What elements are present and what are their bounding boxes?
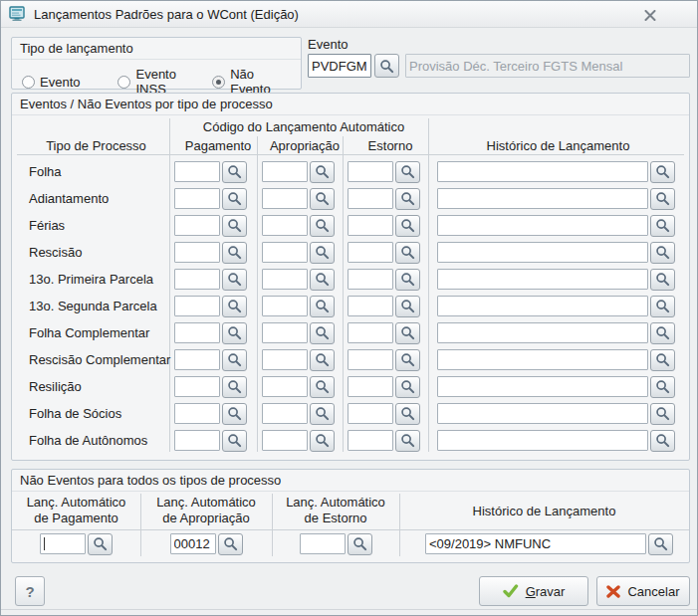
- apropriacao-input[interactable]: [262, 322, 308, 343]
- apropriacao-search-button[interactable]: [310, 322, 335, 344]
- pagamento-search-button[interactable]: [222, 349, 247, 371]
- historico-input[interactable]: [437, 188, 648, 209]
- estorno-input[interactable]: [348, 242, 393, 263]
- historico-search-button[interactable]: [650, 322, 675, 344]
- historico-input[interactable]: [437, 322, 648, 343]
- apropriacao-search-button[interactable]: [310, 242, 335, 264]
- pagamento-search-button[interactable]: [222, 376, 247, 398]
- historico-input[interactable]: [437, 376, 648, 397]
- nao-evento-apropriacao-input[interactable]: [170, 533, 216, 554]
- nao-evento-pagamento-input[interactable]: [40, 533, 86, 554]
- help-button[interactable]: ?: [15, 576, 45, 606]
- pagamento-input[interactable]: [174, 296, 220, 316]
- pagamento-search-button[interactable]: [222, 430, 247, 452]
- historico-search-button[interactable]: [650, 242, 675, 264]
- radio-option[interactable]: Evento: [22, 75, 80, 90]
- estorno-input[interactable]: [348, 349, 393, 370]
- estorno-search-button[interactable]: [395, 430, 420, 452]
- nao-evento-historico-input[interactable]: [425, 533, 646, 554]
- apropriacao-search-button[interactable]: [310, 376, 335, 398]
- estorno-input[interactable]: [348, 188, 393, 209]
- apropriacao-search-button[interactable]: [310, 161, 335, 183]
- historico-search-button[interactable]: [650, 161, 675, 183]
- apropriacao-search-button[interactable]: [310, 430, 335, 452]
- pagamento-search-button[interactable]: [222, 188, 247, 210]
- estorno-input[interactable]: [348, 269, 393, 290]
- historico-search-button[interactable]: [650, 269, 675, 291]
- pagamento-input[interactable]: [174, 161, 220, 182]
- evento-code-input[interactable]: [308, 54, 371, 78]
- historico-search-button[interactable]: [650, 403, 675, 425]
- pagamento-search-button[interactable]: [222, 296, 247, 317]
- apropriacao-input[interactable]: [262, 161, 308, 182]
- historico-input[interactable]: [437, 296, 648, 316]
- estorno-search-button[interactable]: [395, 161, 420, 183]
- apropriacao-search-button[interactable]: [310, 215, 335, 237]
- estorno-search-button[interactable]: [395, 349, 420, 371]
- historico-search-button[interactable]: [650, 215, 675, 237]
- pagamento-search-button[interactable]: [222, 242, 247, 264]
- historico-input[interactable]: [437, 269, 648, 290]
- historico-input[interactable]: [437, 349, 648, 370]
- estorno-input[interactable]: [348, 376, 393, 397]
- estorno-input[interactable]: [348, 296, 393, 316]
- historico-search-button[interactable]: [650, 296, 675, 317]
- estorno-input[interactable]: [348, 430, 393, 451]
- apropriacao-input[interactable]: [262, 376, 308, 397]
- estorno-search-button[interactable]: [395, 376, 420, 398]
- historico-search-button[interactable]: [650, 430, 675, 452]
- pagamento-search-button[interactable]: [222, 269, 247, 291]
- historico-search-button[interactable]: [650, 376, 675, 398]
- pagamento-search-button[interactable]: [222, 215, 247, 237]
- cancel-button[interactable]: Cancelar: [596, 576, 690, 606]
- apropriacao-search-button[interactable]: [310, 188, 335, 210]
- pagamento-search-button[interactable]: [222, 403, 247, 425]
- estorno-search-button[interactable]: [395, 403, 420, 425]
- apropriacao-input[interactable]: [262, 430, 308, 451]
- apropriacao-search-button[interactable]: [310, 349, 335, 371]
- pagamento-input[interactable]: [174, 215, 220, 236]
- apropriacao-search-button[interactable]: [310, 269, 335, 291]
- pagamento-input[interactable]: [174, 376, 220, 397]
- nao-evento-apropriacao-search-button[interactable]: [218, 533, 243, 555]
- apropriacao-input[interactable]: [262, 403, 308, 424]
- estorno-input[interactable]: [348, 215, 393, 236]
- pagamento-input[interactable]: [174, 269, 220, 290]
- pagamento-input[interactable]: [174, 403, 220, 424]
- pagamento-input[interactable]: [174, 242, 220, 263]
- historico-search-button[interactable]: [650, 349, 675, 371]
- historico-search-button[interactable]: [650, 188, 675, 210]
- historico-input[interactable]: [437, 215, 648, 236]
- estorno-search-button[interactable]: [395, 188, 420, 210]
- estorno-input[interactable]: [348, 322, 393, 343]
- apropriacao-input[interactable]: [262, 188, 308, 209]
- estorno-search-button[interactable]: [395, 215, 420, 237]
- nao-evento-pagamento-search-button[interactable]: [88, 533, 113, 555]
- historico-input[interactable]: [437, 403, 648, 424]
- pagamento-search-button[interactable]: [222, 322, 247, 344]
- apropriacao-search-button[interactable]: [310, 403, 335, 425]
- historico-input[interactable]: [437, 242, 648, 263]
- nao-evento-estorno-input[interactable]: [300, 533, 346, 554]
- historico-input[interactable]: [437, 430, 648, 451]
- apropriacao-search-button[interactable]: [310, 296, 335, 317]
- estorno-input[interactable]: [348, 403, 393, 424]
- estorno-search-button[interactable]: [395, 242, 420, 264]
- pagamento-input[interactable]: [174, 430, 220, 451]
- nao-evento-historico-search-button[interactable]: [648, 533, 673, 555]
- nao-evento-estorno-search-button[interactable]: [348, 533, 372, 555]
- estorno-input[interactable]: [348, 161, 393, 182]
- save-button[interactable]: Gravar: [479, 576, 588, 606]
- estorno-search-button[interactable]: [395, 322, 420, 344]
- estorno-search-button[interactable]: [395, 296, 420, 317]
- apropriacao-input[interactable]: [262, 242, 308, 263]
- apropriacao-input[interactable]: [262, 269, 308, 290]
- close-icon[interactable]: [639, 6, 661, 24]
- pagamento-input[interactable]: [174, 322, 220, 343]
- apropriacao-input[interactable]: [262, 215, 308, 236]
- apropriacao-input[interactable]: [262, 349, 308, 370]
- historico-input[interactable]: [437, 161, 648, 182]
- apropriacao-input[interactable]: [262, 296, 308, 316]
- pagamento-input[interactable]: [174, 349, 220, 370]
- pagamento-search-button[interactable]: [222, 161, 247, 183]
